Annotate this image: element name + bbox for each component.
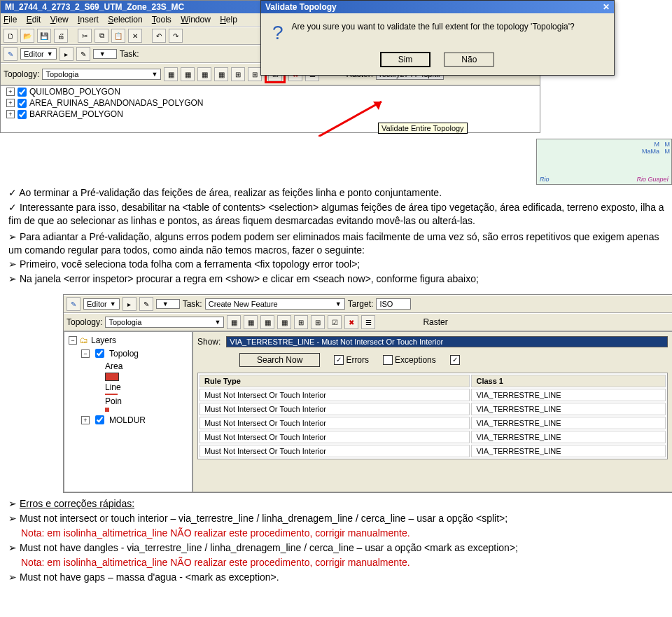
tool-dropdown[interactable]: ▼	[93, 49, 117, 59]
editor-icon[interactable]: ✎	[4, 47, 18, 61]
topo-tool-icon[interactable]: ▦	[181, 67, 195, 81]
menu-window[interactable]: Window	[181, 15, 211, 25]
dialog-title: Validate Topology	[265, 2, 337, 12]
show-select[interactable]: VIA_TERRESTRE_LINE - Must Not Intersect …	[226, 336, 668, 347]
exceptions-checkbox[interactable]: Exceptions	[383, 355, 436, 365]
topo-tool-icon[interactable]: ▦	[214, 67, 228, 81]
search-now-button[interactable]: Search Now	[239, 353, 320, 367]
table-row[interactable]: Must Not Intersect Or Touch InteriorVIA_…	[200, 417, 666, 429]
tree-label: Topolog	[109, 349, 139, 359]
table-row[interactable]: Must Not Intersect Or Touch InteriorVIA_…	[200, 389, 666, 401]
tree-sub: Line	[104, 382, 189, 393]
task-select[interactable]: Create New Feature▼	[205, 298, 345, 310]
menu-help[interactable]: Help	[220, 15, 237, 25]
question-icon: ?	[272, 22, 284, 44]
layer-checkbox[interactable]	[18, 110, 27, 119]
layer-checkbox[interactable]	[95, 415, 104, 424]
bullet-text: Na janela <error inspetor> procurar a re…	[8, 272, 666, 286]
topology-select[interactable]: Topologia▼	[105, 317, 224, 328]
tool-dropdown[interactable]: ▼	[156, 299, 180, 309]
topo-tool-icon[interactable]: ▦	[197, 67, 211, 81]
cut-icon[interactable]: ✂	[78, 29, 92, 43]
layer-row[interactable]: + BARRAGEM_POLYGON	[1, 109, 540, 120]
menu-tools[interactable]: Tools	[152, 15, 172, 25]
table-row[interactable]: Must Not Intersect Or Touch InteriorVIA_…	[200, 431, 666, 443]
pencil-icon[interactable]: ✎	[139, 297, 153, 311]
bullet-text: Para adiantar a Pré-validação, alguns er…	[8, 230, 666, 257]
layer-name: BARRAGEM_POLYGON	[29, 109, 123, 119]
col-class1[interactable]: Class 1	[471, 375, 666, 387]
topo-tool-icon[interactable]: ▦	[244, 315, 258, 329]
collapse-icon[interactable]: −	[69, 336, 77, 345]
yes-button[interactable]: Sim	[381, 53, 430, 67]
topology-select[interactable]: Topologia▼	[42, 69, 161, 80]
tree-item[interactable]: + MOLDUR	[80, 413, 189, 427]
topo-tool-icon[interactable]: ⊞	[294, 315, 308, 329]
editor-icon[interactable]: ✎	[66, 297, 80, 311]
table-row[interactable]: Must Not Intersect Or Touch InteriorVIA_…	[200, 445, 666, 457]
menu-view[interactable]: View	[50, 15, 69, 25]
pencil-icon[interactable]: ✎	[76, 47, 90, 61]
chevron-down-icon: ▼	[110, 300, 116, 307]
save-icon[interactable]: 💾	[37, 29, 51, 43]
topo-error-icon[interactable]: ✖	[344, 315, 358, 329]
tree-sublabel: Area	[105, 361, 122, 371]
print-icon[interactable]: 🖨	[54, 29, 68, 43]
map-overview: M MMaMa M Rio Rio Guapeí	[536, 139, 672, 185]
layer-checkbox[interactable]	[95, 349, 104, 358]
topo-tool-icon[interactable]: ▦	[277, 315, 291, 329]
menu-file[interactable]: File	[4, 15, 17, 25]
table-row[interactable]: Must Not Intersect Or Touch InteriorVIA_…	[200, 403, 666, 415]
topology-toolbar-2: Topology: Topologia▼ ▦ ▦ ▦ ▦ ⊞ ⊞ ☑ ✖ ☰ R…	[64, 313, 672, 331]
area-symbol-icon	[105, 373, 119, 381]
expand-icon[interactable]: +	[6, 88, 15, 96]
col-rule-type[interactable]: Rule Type	[200, 375, 470, 387]
layer-row[interactable]: + AREA_RUINAS_ABANDONADAS_POLYGON	[1, 97, 540, 109]
layer-name: QUILOMBO_POLYGON	[29, 87, 120, 97]
expand-icon[interactable]: +	[81, 416, 90, 424]
open-icon[interactable]: 📂	[20, 29, 34, 43]
redo-icon[interactable]: ↷	[169, 29, 183, 43]
copy-icon[interactable]: ⧉	[94, 29, 108, 43]
validate-topology-dialog: Validate Topology ✕ ? Are you sure you w…	[260, 0, 615, 76]
expand-icon[interactable]: +	[6, 99, 15, 107]
bullet-text: Interessante para isso, desabilitar na <…	[8, 201, 666, 228]
layer-row[interactable]: + QUILOMBO_POLYGON	[1, 86, 540, 97]
delete-icon[interactable]: ✕	[128, 29, 142, 43]
layers-root[interactable]: − 🗂 Layers	[67, 335, 189, 346]
expand-icon[interactable]: +	[6, 110, 15, 118]
tree-symbol	[104, 372, 189, 382]
extra-checkbox[interactable]: ✓	[450, 355, 460, 365]
topo-tool-icon[interactable]: ▦	[227, 315, 241, 329]
menu-edit[interactable]: Edit	[27, 15, 41, 25]
chevron-down-icon: ▼	[214, 319, 220, 326]
undo-icon[interactable]: ↶	[152, 29, 166, 43]
topo-tool-icon[interactable]: ⊞	[231, 67, 245, 81]
topo-tool-icon[interactable]: ▦	[260, 315, 274, 329]
editor-dropdown[interactable]: Editor▼	[83, 298, 120, 310]
chevron-down-icon: ▼	[151, 71, 158, 78]
bullet-heading: Erros e correções rápidas:	[8, 497, 666, 511]
tree-sublabel: Line	[105, 382, 121, 392]
layer-name: AREA_RUINAS_ABANDONADAS_POLYGON	[29, 98, 204, 108]
layer-checkbox[interactable]	[18, 88, 27, 97]
layer-checkbox[interactable]	[18, 99, 27, 108]
new-doc-icon[interactable]: 🗋	[4, 29, 18, 43]
collapse-icon[interactable]: −	[81, 349, 90, 358]
close-icon[interactable]: ✕	[603, 2, 610, 12]
error-table: Rule Type Class 1 Must Not Intersect Or …	[197, 373, 668, 459]
topo-tool-icon[interactable]: ☑	[328, 315, 342, 329]
topo-tool-icon[interactable]: ⊞	[311, 315, 325, 329]
errors-checkbox[interactable]: ✓Errors	[334, 355, 369, 365]
no-button[interactable]: Não	[444, 53, 494, 67]
pointer-icon[interactable]: ▸	[59, 47, 74, 61]
menu-selection[interactable]: Selection	[108, 15, 142, 25]
target-select[interactable]: ISO	[376, 298, 411, 310]
paste-icon[interactable]: 📋	[111, 29, 125, 43]
editor-dropdown[interactable]: Editor▼	[20, 48, 57, 60]
topo-tool-icon[interactable]: ☰	[361, 315, 375, 329]
pointer-icon[interactable]: ▸	[122, 297, 136, 311]
tree-item[interactable]: − Topolog	[80, 346, 189, 361]
menu-insert[interactable]: Insert	[78, 15, 99, 25]
topo-tool-icon[interactable]: ▦	[164, 67, 178, 81]
